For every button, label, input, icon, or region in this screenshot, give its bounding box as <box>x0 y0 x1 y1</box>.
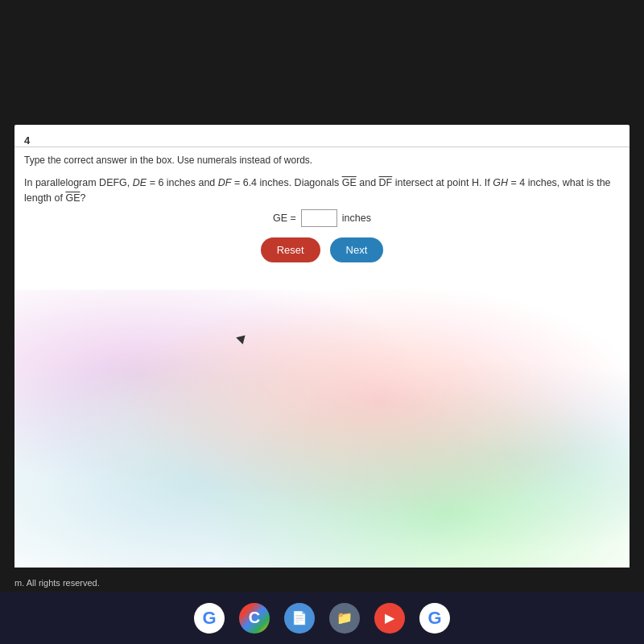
footer-copyright: m. All rights reserved. <box>14 578 100 588</box>
reset-button[interactable]: Reset <box>261 237 320 262</box>
files-icon[interactable]: 📄 <box>284 603 315 634</box>
button-row: Reset Next <box>24 237 620 262</box>
question-body: In parallelogram DEFG, DE = 6 inches and… <box>24 175 620 206</box>
answer-label: GE = <box>273 213 296 224</box>
instructions-text: Type the correct answer in the box. Use … <box>24 155 312 166</box>
taskbar: G C 📄 📁 ▶ G <box>0 592 644 644</box>
answer-row: GE = inches <box>24 209 620 227</box>
divider-top <box>14 147 630 147</box>
g-app-icon[interactable]: G <box>419 603 450 634</box>
swirl-background <box>14 290 630 568</box>
question-number: 4 <box>24 134 30 147</box>
folder-icon[interactable]: 📁 <box>329 603 360 634</box>
answer-input[interactable] <box>301 209 337 227</box>
answer-unit: inches <box>342 213 371 224</box>
next-button[interactable]: Next <box>330 237 384 262</box>
google-icon[interactable]: G <box>194 603 225 634</box>
chrome-icon[interactable]: C <box>239 603 270 634</box>
play-icon[interactable]: ▶ <box>374 603 405 634</box>
